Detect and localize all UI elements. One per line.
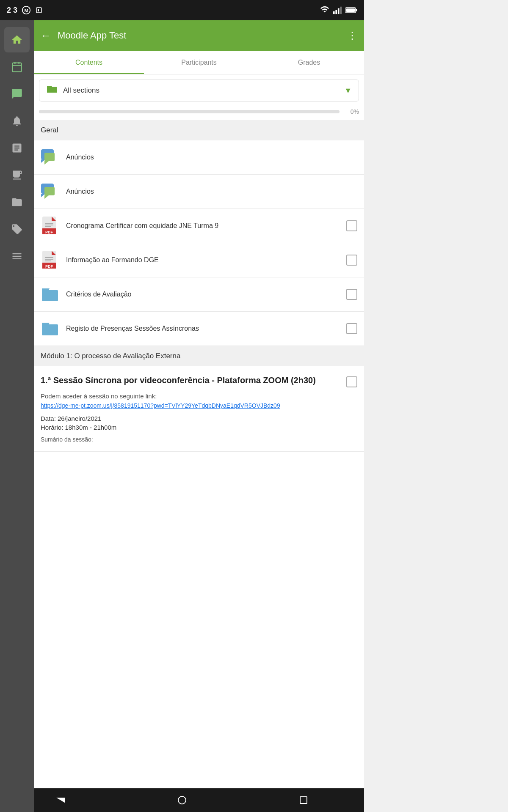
svg-rect-17 bbox=[44, 153, 55, 161]
zoom-summary-label: Sumário da sessão: bbox=[41, 436, 357, 443]
sidebar-item-grades[interactable] bbox=[4, 135, 30, 161]
nav-home-button[interactable] bbox=[171, 790, 193, 811]
status-time: 2 3 bbox=[7, 6, 17, 15]
list-item[interactable]: PDF Cronograma Certificar com equidade J… bbox=[34, 209, 364, 243]
item-label: Critérios de Avaliação bbox=[66, 291, 346, 298]
folder-dropdown-icon bbox=[46, 84, 58, 97]
item-checkbox[interactable] bbox=[346, 220, 357, 231]
list-item[interactable]: Anúncios bbox=[34, 175, 364, 209]
main-content: ← Moodle App Test ⋮ Contents Participant… bbox=[34, 20, 364, 812]
svg-rect-7 bbox=[340, 7, 342, 14]
svg-rect-10 bbox=[346, 8, 355, 12]
signal-icon bbox=[333, 5, 342, 15]
item-checkbox[interactable] bbox=[346, 323, 357, 334]
tab-grades[interactable]: Grades bbox=[254, 51, 364, 74]
news-icon bbox=[11, 169, 23, 181]
item-checkbox[interactable] bbox=[346, 289, 357, 300]
bell-icon bbox=[11, 115, 23, 127]
back-button[interactable]: ← bbox=[41, 30, 51, 41]
zoom-link[interactable]: https://dge-me-pt.zoom.us/j/85819151170?… bbox=[41, 402, 357, 409]
app-header: ← Moodle App Test ⋮ bbox=[34, 20, 364, 51]
item-label: Anúncios bbox=[66, 154, 357, 161]
list-item[interactable]: Anúncios bbox=[34, 140, 364, 175]
folder-icon bbox=[11, 196, 23, 208]
svg-marker-22 bbox=[44, 195, 49, 199]
list-item[interactable]: Critérios de Avaliação bbox=[34, 277, 364, 312]
tab-bar: Contents Participants Grades bbox=[34, 51, 364, 74]
nav-back-button[interactable] bbox=[50, 790, 71, 811]
wifi-icon bbox=[320, 5, 329, 15]
list-item[interactable]: PDF Informação ao Formando DGE bbox=[34, 243, 364, 277]
pdf-icon: PDF bbox=[41, 217, 59, 235]
dropdown-arrow-icon: ▼ bbox=[344, 86, 352, 95]
sidebar-item-news[interactable] bbox=[4, 162, 30, 188]
tab-participants[interactable]: Participants bbox=[144, 51, 254, 74]
tag-icon bbox=[11, 223, 23, 235]
zoom-description: Podem aceder à sessão no seguinte link: bbox=[41, 392, 357, 400]
svg-text:PDF: PDF bbox=[45, 230, 53, 234]
progress-bar bbox=[39, 110, 340, 113]
sidebar-item-messages[interactable] bbox=[4, 81, 30, 107]
item-label: Cronograma Certificar com equidade JNE T… bbox=[66, 222, 346, 230]
item-label: Registo de Presenças Sessões Assíncronas bbox=[66, 325, 346, 332]
sidebar-item-menu[interactable] bbox=[4, 244, 30, 269]
hamburger-icon bbox=[11, 250, 23, 262]
sections-label: All sections bbox=[63, 86, 344, 95]
folder-blue-icon bbox=[41, 285, 59, 304]
moodle-icon: M bbox=[22, 5, 31, 15]
svg-rect-4 bbox=[333, 11, 335, 14]
module-header: Módulo 1: O processo de Avaliação Extern… bbox=[34, 346, 364, 366]
svg-rect-9 bbox=[356, 9, 357, 11]
section-header-geral: Geral bbox=[34, 120, 364, 140]
item-label: Informação ao Formando DGE bbox=[66, 256, 346, 264]
forum-icon bbox=[41, 182, 59, 201]
messages-icon bbox=[11, 88, 23, 100]
pdf-icon: PDF bbox=[41, 251, 59, 269]
content-scroll[interactable]: All sections ▼ 0% Geral Anúnc bbox=[34, 74, 364, 812]
sidebar-item-files[interactable] bbox=[4, 189, 30, 215]
tab-contents[interactable]: Contents bbox=[34, 51, 144, 74]
zoom-card-header: 1.ª Sessão Síncrona por videoconferência… bbox=[41, 375, 357, 387]
chart-icon bbox=[11, 142, 23, 154]
svg-rect-6 bbox=[338, 8, 340, 14]
sidebar bbox=[0, 20, 34, 812]
calendar-icon bbox=[11, 61, 23, 73]
sidebar-item-home[interactable] bbox=[4, 27, 30, 52]
sidebar-item-calendar[interactable] bbox=[4, 54, 30, 80]
folder-blue-icon bbox=[41, 319, 59, 338]
item-label: Anúncios bbox=[66, 188, 357, 195]
item-checkbox[interactable] bbox=[346, 255, 357, 266]
zoom-time: Horário: 18h30m - 21h00m bbox=[41, 424, 357, 431]
progress-container: 0% bbox=[34, 107, 364, 120]
zoom-date: Data: 26/janeiro/2021 bbox=[41, 415, 357, 422]
zoom-checkbox[interactable] bbox=[346, 376, 357, 387]
svg-text:M: M bbox=[24, 8, 28, 13]
home-icon bbox=[11, 34, 23, 46]
bottom-nav bbox=[0, 788, 364, 812]
page-title: Moodle App Test bbox=[58, 30, 340, 41]
svg-text:PDF: PDF bbox=[45, 264, 53, 269]
svg-marker-18 bbox=[44, 161, 49, 165]
svg-rect-3 bbox=[38, 9, 39, 11]
svg-rect-21 bbox=[44, 187, 55, 195]
svg-rect-11 bbox=[13, 63, 22, 72]
svg-rect-5 bbox=[335, 10, 337, 14]
nav-recent-button[interactable] bbox=[293, 790, 314, 811]
sidebar-item-notifications[interactable] bbox=[4, 108, 30, 134]
sections-dropdown[interactable]: All sections ▼ bbox=[39, 80, 359, 102]
forum-icon bbox=[41, 148, 59, 167]
sidebar-item-tags[interactable] bbox=[4, 217, 30, 242]
zoom-session-card[interactable]: 1.ª Sessão Síncrona por videoconferência… bbox=[34, 366, 364, 452]
battery-icon bbox=[345, 7, 357, 14]
status-bar: 2 3 M bbox=[0, 0, 364, 20]
sim-icon bbox=[35, 6, 43, 14]
menu-button[interactable]: ⋮ bbox=[347, 30, 357, 41]
home-circle-icon bbox=[178, 796, 186, 804]
recent-square-icon bbox=[300, 796, 307, 804]
back-triangle-icon bbox=[56, 798, 65, 803]
zoom-card-title: 1.ª Sessão Síncrona por videoconferência… bbox=[41, 375, 341, 386]
list-item[interactable]: Registo de Presenças Sessões Assíncronas bbox=[34, 312, 364, 346]
progress-label: 0% bbox=[344, 108, 359, 115]
